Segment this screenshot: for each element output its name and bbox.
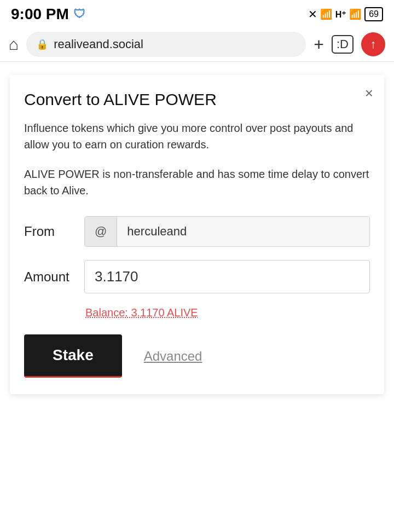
actions-row: Stake Advanced bbox=[24, 334, 370, 378]
h-plus-icon: H⁺ bbox=[335, 9, 346, 20]
convert-modal: × Convert to ALIVE POWER Influence token… bbox=[10, 75, 384, 394]
amount-label: Amount bbox=[24, 269, 84, 285]
amount-row: Amount bbox=[24, 260, 370, 293]
lock-icon: 🔒 bbox=[36, 38, 48, 50]
new-tab-icon[interactable]: + bbox=[314, 34, 324, 55]
battery-display: 69 bbox=[364, 7, 383, 21]
balance-display: Balance: 3.1170 ALIVE bbox=[85, 307, 370, 319]
shield-icon: 🛡 bbox=[73, 7, 85, 21]
signal-bars-2: 📶 bbox=[349, 8, 361, 20]
signal-icon-1: ✕ bbox=[308, 8, 317, 21]
status-icons-area: ✕ 📶 H⁺ 📶 69 bbox=[308, 7, 383, 21]
status-bar: 9:00 PM 🛡 ✕ 📶 H⁺ 📶 69 bbox=[0, 0, 394, 27]
upload-icon: ↑ bbox=[370, 37, 376, 51]
address-bar[interactable]: 🔒 realiveand.social bbox=[26, 32, 306, 57]
address-text: realiveand.social bbox=[54, 37, 143, 51]
browser-bar: ⌂ 🔒 realiveand.social + :D ↑ bbox=[0, 27, 394, 62]
time-display: 9:00 PM bbox=[11, 5, 69, 23]
home-icon[interactable]: ⌂ bbox=[9, 35, 19, 54]
tab-switcher-icon[interactable]: :D bbox=[332, 35, 354, 54]
close-button[interactable]: × bbox=[365, 85, 373, 102]
modal-description-2: ALIVE POWER is non-transferable and has … bbox=[24, 166, 370, 199]
browser-actions: + :D ↑ bbox=[314, 32, 385, 56]
upload-button[interactable]: ↑ bbox=[361, 32, 385, 56]
from-label: From bbox=[24, 224, 84, 239]
status-time-area: 9:00 PM 🛡 bbox=[11, 5, 85, 23]
advanced-button[interactable]: Advanced bbox=[144, 349, 202, 364]
from-value: herculeand bbox=[117, 217, 369, 246]
from-field: @ herculeand bbox=[84, 216, 370, 247]
modal-description-1: Influence tokens which give you more con… bbox=[24, 120, 370, 153]
modal-title: Convert to ALIVE POWER bbox=[24, 90, 370, 109]
at-prefix: @ bbox=[85, 217, 117, 246]
amount-input[interactable] bbox=[84, 260, 370, 293]
from-row: From @ herculeand bbox=[24, 216, 370, 247]
signal-bars-1: 📶 bbox=[320, 8, 332, 20]
stake-button[interactable]: Stake bbox=[24, 334, 122, 378]
